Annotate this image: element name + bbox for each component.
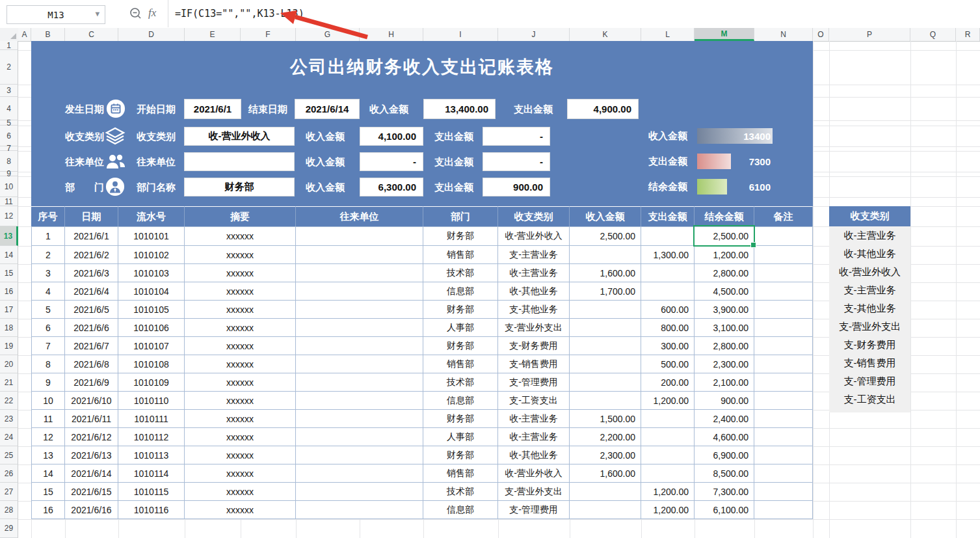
table-cell[interactable]: xxxxxx <box>185 355 296 373</box>
table-cell[interactable] <box>754 464 813 483</box>
table-cell[interactable] <box>754 246 813 264</box>
table-cell[interactable] <box>754 392 813 410</box>
table-cell[interactable]: 1010104 <box>118 282 185 301</box>
table-cell[interactable]: 技术部 <box>423 264 498 282</box>
table-cell[interactable]: 2,500.00 <box>570 226 641 246</box>
table-cell[interactable] <box>641 264 695 282</box>
table-cell[interactable]: 2021/6/9 <box>65 373 118 392</box>
table-cell[interactable]: xxxxxx <box>185 428 296 446</box>
table-cell[interactable]: 8,500.00 <box>695 464 754 483</box>
table-cell[interactable] <box>296 282 423 301</box>
table-cell[interactable]: 2021/6/5 <box>65 301 118 319</box>
category-item[interactable]: 收-营业外收入 <box>829 263 910 281</box>
table-cell[interactable]: 1,300.00 <box>641 246 695 264</box>
table-cell[interactable] <box>570 355 641 373</box>
table-cell[interactable]: xxxxxx <box>185 373 296 392</box>
table-cell[interactable]: xxxxxx <box>185 337 296 355</box>
column-header-K[interactable]: K <box>570 28 641 41</box>
form-field-value[interactable]: - <box>483 152 550 171</box>
row-header-27[interactable]: 27 <box>0 483 18 501</box>
table-cell[interactable]: 4 <box>31 282 65 301</box>
table-cell[interactable]: 2 <box>31 246 65 264</box>
column-header-N[interactable]: N <box>754 28 813 41</box>
table-cell[interactable] <box>641 464 695 483</box>
table-cell[interactable]: 支-管理费用 <box>498 373 570 392</box>
table-cell[interactable]: xxxxxx <box>185 282 296 301</box>
table-cell[interactable]: xxxxxx <box>185 264 296 282</box>
table-cell[interactable]: 收-营业外收入 <box>498 464 570 483</box>
table-cell[interactable]: 财务部 <box>423 301 498 319</box>
table-cell[interactable]: 12 <box>31 428 65 446</box>
table-cell[interactable]: 技术部 <box>423 483 498 501</box>
table-cell[interactable] <box>754 282 813 301</box>
table-cell[interactable]: 收-营业外收入 <box>498 226 570 246</box>
row-header-22[interactable]: 22 <box>0 392 18 410</box>
table-cell[interactable]: 1010114 <box>118 464 185 483</box>
table-cell[interactable]: xxxxxx <box>185 226 296 246</box>
table-cell[interactable]: 2021/6/16 <box>65 501 118 519</box>
table-cell[interactable] <box>296 319 423 337</box>
column-header-F[interactable]: F <box>241 28 296 41</box>
table-cell[interactable]: 信息部 <box>423 501 498 519</box>
row-header-4[interactable]: 4 <box>0 97 18 120</box>
row-header-21[interactable]: 21 <box>0 373 18 392</box>
table-cell[interactable] <box>754 410 813 428</box>
table-cell[interactable]: 900.00 <box>695 392 754 410</box>
table-cell[interactable]: 销售部 <box>423 355 498 373</box>
form-field-value[interactable]: 13,400.00 <box>423 99 496 119</box>
fx-icon[interactable]: fx <box>148 7 156 20</box>
row-header-20[interactable]: 20 <box>0 355 18 373</box>
table-cell[interactable]: 1010108 <box>118 355 185 373</box>
table-cell[interactable]: 收-其他业务 <box>498 446 570 464</box>
table-cell[interactable]: 财务部 <box>423 410 498 428</box>
table-cell[interactable]: xxxxxx <box>185 410 296 428</box>
row-header-24[interactable]: 24 <box>0 428 18 446</box>
row-header-9[interactable]: 9 <box>0 172 18 176</box>
table-cell[interactable]: 3,100.00 <box>695 319 754 337</box>
form-field-value[interactable]: 2021/6/14 <box>295 99 360 119</box>
table-cell[interactable] <box>296 264 423 282</box>
row-header-14[interactable]: 14 <box>0 246 18 264</box>
table-cell[interactable]: 支-营业外支出 <box>498 319 570 337</box>
table-cell[interactable] <box>570 337 641 355</box>
table-cell[interactable]: 200.00 <box>641 373 695 392</box>
table-cell[interactable] <box>754 301 813 319</box>
table-cell[interactable] <box>570 319 641 337</box>
column-header-B[interactable]: B <box>31 28 65 41</box>
table-cell[interactable]: 支-营业外支出 <box>498 483 570 501</box>
form-field-value[interactable]: 4,900.00 <box>567 99 639 119</box>
table-cell[interactable]: 2021/6/6 <box>65 319 118 337</box>
table-cell[interactable]: 15 <box>31 483 65 501</box>
table-cell[interactable]: 2,800.00 <box>695 337 754 355</box>
table-cell[interactable]: 2021/6/15 <box>65 483 118 501</box>
table-cell[interactable]: 支-管理费用 <box>498 501 570 519</box>
table-cell[interactable] <box>296 301 423 319</box>
table-cell[interactable]: xxxxxx <box>185 501 296 519</box>
row-header-7[interactable]: 7 <box>0 146 18 151</box>
table-cell[interactable]: 1,600.00 <box>570 464 641 483</box>
column-header-Q[interactable]: Q <box>910 28 956 41</box>
table-cell[interactable]: 2021/6/7 <box>65 337 118 355</box>
table-cell[interactable] <box>754 264 813 282</box>
table-cell[interactable]: 财务部 <box>423 337 498 355</box>
table-cell[interactable] <box>570 246 641 264</box>
table-cell[interactable]: 销售部 <box>423 464 498 483</box>
table-cell[interactable]: xxxxxx <box>185 319 296 337</box>
table-cell[interactable] <box>296 428 423 446</box>
table-cell[interactable]: 2,100.00 <box>695 373 754 392</box>
table-cell[interactable]: 1010106 <box>118 319 185 337</box>
table-cell[interactable]: 1010103 <box>118 264 185 282</box>
row-header-2[interactable]: 2 <box>0 50 18 85</box>
table-cell[interactable] <box>570 483 641 501</box>
table-cell[interactable] <box>296 226 423 246</box>
table-cell[interactable]: 11 <box>31 410 65 428</box>
table-cell[interactable]: 2,800.00 <box>695 264 754 282</box>
column-header-I[interactable]: I <box>423 28 498 41</box>
table-cell[interactable]: 财务部 <box>423 226 498 246</box>
table-cell[interactable]: 1010105 <box>118 301 185 319</box>
table-cell[interactable]: 1,200.00 <box>641 483 695 501</box>
table-cell[interactable]: 6,100.00 <box>695 501 754 519</box>
table-cell[interactable]: 2021/6/1 <box>65 226 118 246</box>
row-header-18[interactable]: 18 <box>0 319 18 337</box>
table-cell[interactable] <box>296 337 423 355</box>
